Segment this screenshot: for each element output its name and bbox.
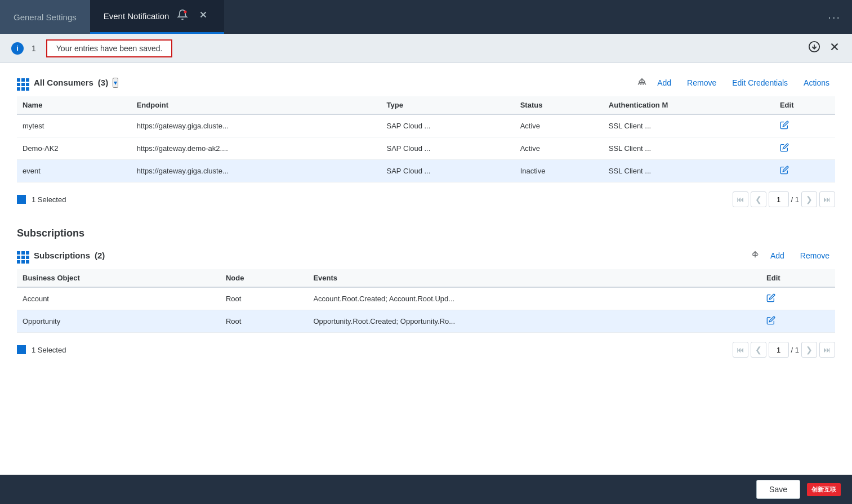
table-row[interactable]: mytest https://gateway.giga.cluste... SA… xyxy=(17,114,835,137)
info-icon: i xyxy=(11,42,24,55)
collapse-button[interactable] xyxy=(808,41,820,56)
consumer-edit-cell xyxy=(774,114,835,137)
subs-col-business-object: Business Object xyxy=(17,269,220,287)
svg-point-0 xyxy=(184,11,187,14)
table-row[interactable]: Opportunity Root Opportunity.Root.Create… xyxy=(17,310,835,333)
consumers-count: (3) xyxy=(98,78,108,87)
general-settings-label: General Settings xyxy=(14,12,77,22)
subscriptions-heading: Subscriptions xyxy=(17,228,835,239)
consumer-status: Active xyxy=(515,114,603,137)
consumers-col-type: Type xyxy=(381,96,515,114)
consumer-name: event xyxy=(17,160,131,182)
event-notification-label: Event Notification xyxy=(104,11,169,21)
consumers-last-page-button[interactable]: ⏭ xyxy=(819,191,835,207)
consumers-col-auth: Authentication M xyxy=(603,96,774,114)
subscriptions-section-title: Subscriptions (2) xyxy=(34,251,105,260)
subs-last-page-button[interactable]: ⏭ xyxy=(819,342,835,358)
subs-prev-page-button[interactable]: ❮ xyxy=(751,342,766,358)
brand-watermark: 创新互联 xyxy=(807,483,841,496)
consumers-col-endpoint: Endpoint xyxy=(131,96,381,114)
consumer-edit-cell xyxy=(774,137,835,160)
subs-business-object: Account xyxy=(17,287,220,310)
subscriptions-title-text: Subscriptions xyxy=(34,251,90,260)
consumers-section-title: All Consumers (3) xyxy=(34,78,108,87)
add-subscription-button[interactable]: Add xyxy=(765,249,790,262)
subs-edit-cell xyxy=(761,310,835,333)
consumer-edit-button[interactable] xyxy=(780,166,789,176)
subs-events: Account.Root.Created; Account.Root.Upd..… xyxy=(307,287,761,310)
tab-general-settings[interactable]: General Settings xyxy=(0,0,90,34)
consumers-next-page-button[interactable]: ❯ xyxy=(801,191,817,207)
subs-node: Root xyxy=(220,287,307,310)
subs-page-total: / 1 xyxy=(791,346,799,354)
notif-message: Your entries have been saved. xyxy=(46,39,173,57)
tab-event-notification[interactable]: Event Notification xyxy=(90,0,225,34)
consumers-pagination: ⏮ ❮ / 1 ❯ ⏭ xyxy=(733,191,835,207)
consumers-title-text: All Consumers xyxy=(34,78,93,87)
consumer-auth-method: SSL Client ... xyxy=(603,137,774,160)
consumer-endpoint: https://gateway.giga.cluste... xyxy=(131,160,381,182)
more-options[interactable]: ··· xyxy=(817,0,852,34)
table-row[interactable]: event https://gateway.giga.cluste... SAP… xyxy=(17,160,835,182)
table-row[interactable]: Demo-AK2 https://gateway.demo-ak2.... SA… xyxy=(17,137,835,160)
subscriptions-select-checkbox[interactable] xyxy=(17,345,26,354)
remove-consumer-button[interactable]: Remove xyxy=(681,76,722,90)
consumers-page-input[interactable] xyxy=(769,191,789,207)
notification-bar: i 1 Your entries have been saved. xyxy=(0,34,852,63)
consumer-type: SAP Cloud ... xyxy=(381,160,515,182)
subs-first-page-button[interactable]: ⏮ xyxy=(733,342,748,358)
subs-next-page-button[interactable]: ❯ xyxy=(801,342,817,358)
subs-col-node: Node xyxy=(220,269,307,287)
consumer-status: Inactive xyxy=(515,160,603,182)
subscriptions-count: (2) xyxy=(95,251,105,260)
consumers-dropdown-button[interactable]: ▾ xyxy=(113,78,118,88)
consumers-select-checkbox[interactable] xyxy=(17,195,26,204)
subs-edit-cell xyxy=(761,287,835,310)
consumers-sort-button[interactable] xyxy=(637,77,647,89)
subscriptions-pagination: ⏮ ❮ / 1 ❯ ⏭ xyxy=(733,342,835,358)
consumers-col-name: Name xyxy=(17,96,131,114)
actions-button[interactable]: Actions xyxy=(798,76,835,90)
save-button[interactable]: Save xyxy=(756,480,800,499)
consumers-selected-count: 1 Selected xyxy=(32,195,66,204)
subscriptions-sort-button[interactable] xyxy=(750,249,760,262)
consumers-footer: 1 Selected ⏮ ❮ / 1 ❯ ⏭ xyxy=(17,188,835,216)
subs-business-object: Opportunity xyxy=(17,310,220,333)
subscriptions-footer: 1 Selected ⏮ ❮ / 1 ❯ ⏭ xyxy=(17,338,835,367)
consumer-name: mytest xyxy=(17,114,131,137)
consumer-auth-method: SSL Client ... xyxy=(603,114,774,137)
consumer-endpoint: https://gateway.giga.cluste... xyxy=(131,114,381,137)
notification-bell-icon[interactable] xyxy=(175,8,190,24)
add-consumer-button[interactable]: Add xyxy=(652,76,677,90)
consumers-first-page-button[interactable]: ⏮ xyxy=(733,191,748,207)
consumer-edit-button[interactable] xyxy=(780,121,789,131)
consumers-col-edit: Edit xyxy=(774,96,835,114)
consumer-name: Demo-AK2 xyxy=(17,137,131,160)
consumers-col-status: Status xyxy=(515,96,603,114)
consumers-toolbar: All Consumers (3) ▾ Add Remove Edit Cred… xyxy=(17,74,835,91)
consumer-endpoint: https://gateway.demo-ak2.... xyxy=(131,137,381,160)
subs-node: Root xyxy=(220,310,307,333)
subscriptions-grid-icon xyxy=(17,247,29,264)
consumers-prev-page-button[interactable]: ❮ xyxy=(751,191,766,207)
close-tab-icon[interactable] xyxy=(196,8,211,24)
consumers-table: Name Endpoint Type Status Authentication… xyxy=(17,96,835,182)
notif-count: 1 xyxy=(32,44,36,53)
edit-credentials-button[interactable]: Edit Credentials xyxy=(726,76,793,90)
consumer-auth-method: SSL Client ... xyxy=(603,160,774,182)
subscriptions-toolbar: Subscriptions (2) Add Remove xyxy=(17,247,835,264)
subs-edit-button[interactable] xyxy=(766,293,775,304)
subscriptions-table: Business Object Node Events Edit Account… xyxy=(17,269,835,333)
table-row[interactable]: Account Root Account.Root.Created; Accou… xyxy=(17,287,835,310)
remove-subscription-button[interactable]: Remove xyxy=(795,249,835,262)
tab-icons xyxy=(175,8,211,24)
subs-edit-button[interactable] xyxy=(766,316,775,327)
subs-col-events: Events xyxy=(307,269,761,287)
title-bar: General Settings Event Notification ··· xyxy=(0,0,852,34)
consumer-edit-button[interactable] xyxy=(780,143,789,154)
subs-page-input[interactable] xyxy=(769,342,789,358)
subscriptions-selected-count: 1 Selected xyxy=(32,346,66,354)
close-notification-button[interactable] xyxy=(828,41,841,56)
subs-events: Opportunity.Root.Created; Opportunity.Ro… xyxy=(307,310,761,333)
consumer-type: SAP Cloud ... xyxy=(381,114,515,137)
